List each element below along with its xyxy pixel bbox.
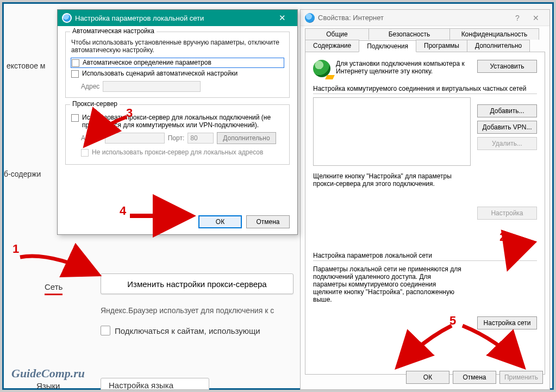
tab-general[interactable]: Общие (305, 28, 369, 40)
install-button[interactable]: Установить (477, 60, 537, 73)
dial-settings-button: Настройка (477, 207, 537, 220)
https-label: Подключаться к сайтам, использующи (115, 326, 260, 335)
cancel-button[interactable]: Отмена (453, 371, 496, 384)
use-script-label: Использовать сценарий автоматической нас… (82, 70, 238, 77)
script-address-input (103, 81, 201, 92)
tab-content[interactable]: Содержание (305, 40, 359, 52)
lan-settings-dialog: Настройка параметров локальной сети ✕ Ав… (57, 9, 298, 235)
proxy-server-group: Прокси-сервер Использовать прокси-сервер… (65, 104, 290, 165)
connections-panel: Для установки подключения компьютера к И… (305, 52, 545, 375)
annotation-number-2: 2 (499, 231, 506, 243)
add-vpn-button[interactable]: Добавить VPN... (477, 121, 537, 134)
auto-detect-row: Автоматическое определение параметров (71, 58, 284, 67)
auto-detect-label: Автоматическое определение параметров (83, 59, 211, 66)
languages-section-label: Языки (36, 381, 60, 390)
annotation-number-4: 4 (120, 205, 126, 217)
tab-programs[interactable]: Программы (416, 40, 467, 52)
add-button[interactable]: Добавить... (477, 104, 537, 117)
use-proxy-label: Использовать прокси-сервер для локальных… (82, 114, 284, 129)
ok-button[interactable]: ОК (198, 215, 242, 228)
ok-button[interactable]: ОК (406, 371, 449, 384)
tab-advanced[interactable]: Дополнительно (467, 40, 530, 52)
tab-security[interactable]: Безопасность (368, 28, 450, 40)
auto-config-description: Чтобы использовать установленные вручную… (71, 39, 284, 54)
dialup-header: Настройка коммутируемого соединения и ви… (313, 85, 537, 94)
group-legend: Прокси-сервер (70, 100, 120, 108)
close-button[interactable]: ✕ (527, 14, 545, 22)
lan-note-text: Параметры локальной сети не применяются … (313, 265, 465, 303)
tab-connections[interactable]: Подключения (359, 40, 416, 52)
annotation-number-1: 1 (13, 243, 19, 255)
https-connect-row[interactable]: Подключаться к сайтам, использующи (101, 326, 260, 335)
close-button[interactable]: ✕ (271, 13, 293, 23)
internet-properties-dialog: Свойства: Интернет ? ✕ Общие Безопасност… (300, 9, 550, 390)
tabs-row: Общие Безопасность Конфиденциальность (301, 26, 549, 40)
watermark: GuideComp.ru (11, 366, 85, 381)
bg-text-fragment: екстовое м (7, 61, 45, 70)
use-proxy-checkbox[interactable] (71, 114, 79, 122)
bypass-local-checkbox (81, 149, 89, 157)
apply-button: Применить (499, 371, 543, 384)
https-checkbox[interactable] (101, 326, 110, 335)
language-settings-button[interactable]: Настройка языка (101, 378, 209, 390)
annotation-number-3: 3 (126, 107, 133, 119)
remove-button: Удалить... (477, 137, 537, 150)
dialog-title: Свойства: Интернет (318, 14, 508, 22)
tabs-row-2: Содержание Подключения Программы Дополни… (301, 40, 549, 52)
tab-privacy[interactable]: Конфиденциальность (449, 28, 539, 40)
proxy-address-input (105, 133, 165, 144)
dialog-title: Настройка параметров локальной сети (75, 14, 271, 22)
change-proxy-settings-button[interactable]: Изменить настройки прокси-сервера (101, 273, 293, 294)
internet-icon (62, 13, 72, 23)
globe-wizard-icon (313, 60, 330, 77)
dialog-titlebar: Настройка параметров локальной сети ✕ (58, 10, 297, 26)
proxy-hint-text: Щелкните кнопку "Настройка" для параметр… (313, 172, 471, 188)
help-button[interactable]: ? (508, 14, 527, 22)
annotation-number-5: 5 (449, 315, 456, 327)
auto-config-group: Автоматическая настройка Чтобы использов… (65, 32, 290, 98)
browser-note-text: Яндекс.Браузер использует для подключени… (101, 306, 274, 315)
install-description: Для установки подключения компьютера к И… (336, 60, 472, 75)
auto-detect-checkbox[interactable] (72, 59, 79, 67)
use-script-checkbox[interactable] (71, 70, 79, 78)
script-address-label: Адрес (81, 83, 99, 90)
dialog-titlebar: Свойства: Интернет ? ✕ (301, 10, 549, 26)
proxy-advanced-button: Дополнительно (217, 132, 276, 144)
cancel-button[interactable]: Отмена (246, 215, 290, 228)
proxy-port-label: Порт: (168, 134, 185, 142)
dialup-listbox[interactable] (313, 97, 471, 166)
proxy-address-label: Адрес: (81, 134, 102, 142)
bypass-local-label: Не использовать прокси-сервер для локаль… (92, 148, 263, 156)
network-section-label: Сеть (45, 282, 63, 295)
proxy-port-input (188, 133, 214, 144)
bg-text-fragment: б-содержи (4, 170, 41, 178)
group-legend: Автоматическая настройка (70, 27, 157, 35)
lan-header: Настройка параметров локальной сети (313, 252, 537, 261)
internet-icon (305, 13, 315, 23)
lan-settings-button[interactable]: Настройка сети (477, 316, 537, 329)
